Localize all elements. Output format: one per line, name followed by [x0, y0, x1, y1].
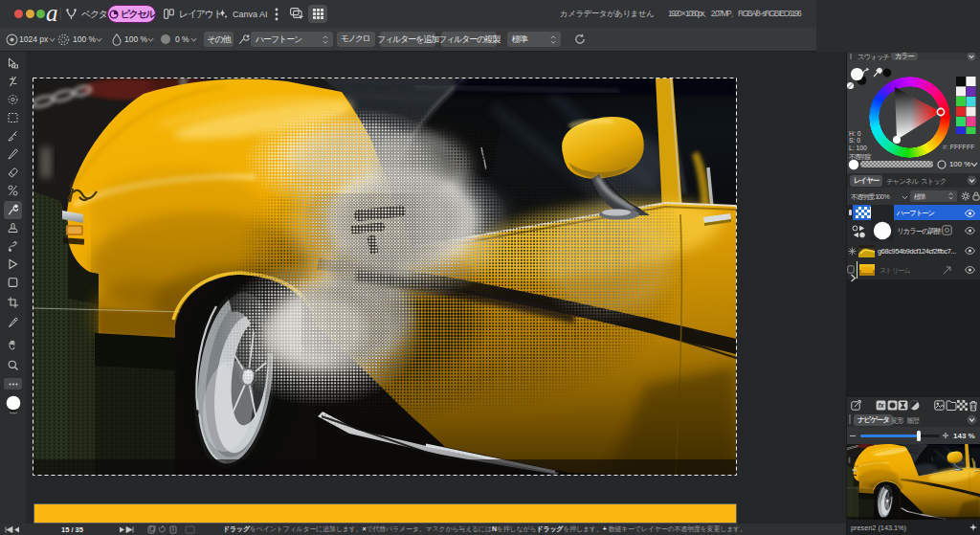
svg-text:fx: fx	[878, 402, 884, 409]
